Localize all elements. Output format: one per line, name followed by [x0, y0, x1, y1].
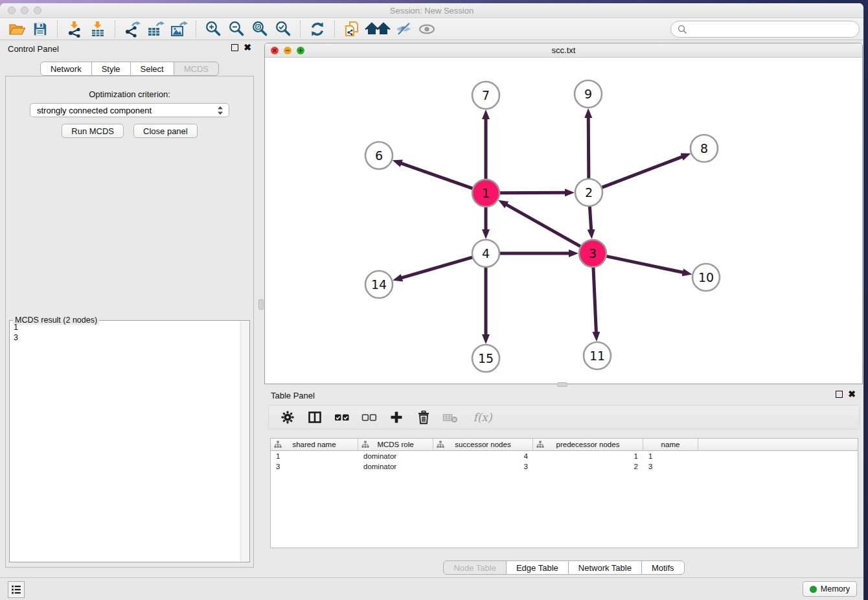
search-icon: [678, 25, 687, 34]
search-input[interactable]: [691, 25, 852, 34]
export-table-button[interactable]: [144, 19, 167, 39]
run-mcds-button[interactable]: Run MCDS: [62, 124, 124, 138]
horizontal-splitter-handle[interactable]: [557, 382, 567, 387]
zoom-selected-icon: [275, 21, 291, 38]
graph-node-15[interactable]: 15: [472, 345, 499, 372]
graph-node-4[interactable]: 4: [472, 240, 499, 267]
graph-edge-1-6[interactable]: [401, 163, 474, 189]
zoom-selected-button[interactable]: [271, 19, 295, 39]
import-table-button[interactable]: [86, 19, 109, 39]
graph-edge-3-11[interactable]: [593, 266, 597, 332]
manage-networks-button[interactable]: [340, 19, 363, 39]
save-icon: [32, 21, 48, 37]
toolbar-separator: [196, 21, 196, 38]
graph-edge-1-2[interactable]: [499, 192, 565, 193]
graph-node-9[interactable]: 9: [575, 80, 602, 108]
zoom-out-button[interactable]: [225, 19, 248, 39]
cell-mcds-role[interactable]: dominator: [358, 451, 433, 461]
close-panel-button[interactable]: Close panel: [133, 124, 198, 138]
column-header-predecessor-nodes[interactable]: predecessor nodes: [533, 439, 643, 450]
column-header-mcds-role[interactable]: MCDS role: [358, 439, 433, 450]
graph-edge-3-1[interactable]: [506, 205, 581, 248]
function-builder-button-disabled: f(x): [470, 409, 496, 426]
graph-edge-2-8[interactable]: [601, 157, 683, 188]
zoom-fit-button[interactable]: [248, 19, 271, 39]
tab-node-table[interactable]: Node Table: [443, 560, 507, 575]
cell-successor-nodes[interactable]: 3: [433, 461, 533, 472]
optimization-criterion-value: strongly connected component: [37, 106, 217, 115]
tab-motifs[interactable]: Motifs: [641, 560, 685, 575]
cell-predecessor-nodes[interactable]: 2: [533, 461, 643, 472]
graph-node-8[interactable]: 8: [691, 135, 718, 162]
graph-node-7[interactable]: 7: [472, 82, 499, 109]
close-table-panel-icon[interactable]: ✖: [848, 391, 856, 398]
save-session-button[interactable]: [29, 19, 52, 39]
open-session-button[interactable]: [5, 19, 29, 39]
cell-predecessor-nodes[interactable]: 1: [533, 451, 643, 461]
select-all-button[interactable]: [334, 409, 350, 426]
float-panel-icon[interactable]: [231, 44, 238, 51]
column-header-successor-nodes[interactable]: successor nodes: [433, 439, 533, 450]
cell-name[interactable]: 3: [643, 461, 698, 472]
graph-edge-2-9[interactable]: [588, 117, 589, 179]
delete-column-button[interactable]: [415, 409, 432, 426]
deselect-all-button[interactable]: [361, 409, 378, 426]
control-panel-title: Control Panel: [8, 44, 59, 54]
hide-selected-button[interactable]: [392, 19, 415, 39]
graph-node-10[interactable]: 10: [692, 264, 720, 291]
attribute-tree-icon: [437, 441, 444, 448]
cell-name[interactable]: 1: [643, 451, 698, 461]
first-neighbors-button[interactable]: [363, 19, 392, 39]
list-icon: [10, 583, 23, 596]
export-network-button[interactable]: [120, 19, 144, 39]
table-panel-title: Table Panel: [271, 391, 315, 400]
optimization-criterion-label: Optimization criterion:: [6, 89, 253, 99]
cell-mcds-role[interactable]: dominator: [358, 461, 433, 472]
panel-splitter-handle[interactable]: [258, 299, 264, 310]
cell-successor-nodes[interactable]: 4: [433, 451, 533, 461]
tab-mcds[interactable]: MCDS: [174, 62, 219, 76]
graph-node-1[interactable]: 1: [472, 179, 499, 207]
task-history-button[interactable]: [8, 581, 25, 598]
cell-shared-name[interactable]: 3: [271, 461, 358, 472]
tab-network[interactable]: Network: [40, 62, 92, 76]
graph-edge-3-10[interactable]: [606, 256, 683, 272]
import-network-button[interactable]: [63, 19, 86, 39]
zoom-in-button[interactable]: [201, 19, 225, 39]
table-toolbar: f(x): [268, 405, 860, 430]
memory-button[interactable]: Memory: [803, 581, 857, 597]
column-view-button[interactable]: [306, 409, 323, 426]
table-row[interactable]: 1dominator411: [271, 451, 858, 461]
cell-shared-name[interactable]: 1: [271, 451, 358, 461]
tab-network-table[interactable]: Network Table: [568, 560, 642, 575]
table-row[interactable]: 3dominator323: [271, 461, 858, 472]
network-documents-icon: [343, 20, 360, 38]
graph-node-2[interactable]: 2: [575, 179, 602, 206]
table-body: 1dominator4113dominator323: [271, 451, 858, 472]
float-table-panel-icon[interactable]: [836, 391, 843, 398]
graph-edge-4-14[interactable]: [402, 257, 474, 278]
optimization-criterion-select[interactable]: strongly connected component: [30, 103, 229, 117]
delete-table-button-disabled: [442, 409, 459, 426]
show-all-button[interactable]: [415, 19, 439, 39]
graph-node-11[interactable]: 11: [584, 342, 611, 369]
result-scrollbar[interactable]: [240, 321, 249, 562]
refresh-button[interactable]: [306, 19, 329, 39]
graph-node-14[interactable]: 14: [365, 271, 393, 298]
network-canvas[interactable]: 7968124314101511: [265, 58, 862, 384]
tab-edge-table[interactable]: Edge Table: [506, 560, 569, 575]
create-column-button[interactable]: [388, 409, 405, 426]
column-header-name[interactable]: name: [643, 439, 698, 450]
import-network-icon: [66, 21, 83, 38]
tab-style[interactable]: Style: [91, 62, 131, 76]
svg-text:9: 9: [584, 87, 592, 101]
export-image-button[interactable]: [167, 19, 190, 39]
graph-node-3[interactable]: 3: [579, 240, 606, 267]
graph-edge-2-3[interactable]: [589, 205, 591, 230]
graph-node-6[interactable]: 6: [365, 142, 393, 169]
search-box[interactable]: [670, 21, 860, 38]
table-settings-button[interactable]: [279, 409, 296, 426]
close-panel-icon[interactable]: ✖: [244, 44, 251, 51]
tab-select[interactable]: Select: [130, 62, 174, 76]
column-header-shared-name[interactable]: shared name: [271, 439, 358, 450]
